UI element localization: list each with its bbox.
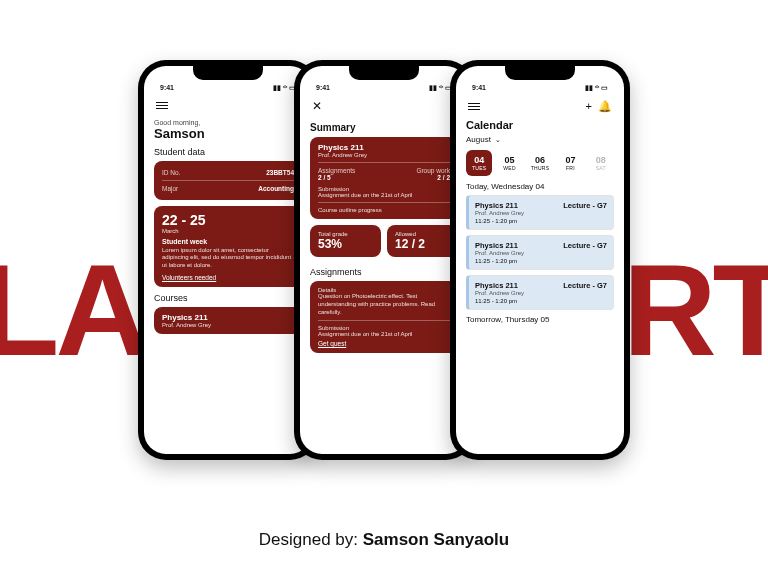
status-time: 9:41 [160,84,174,92]
status-icons: ▮▮⌔▭ [271,84,296,92]
grade-label: Total grade [318,231,373,237]
status-time: 9:41 [316,84,330,92]
event-prof: Prof. Andrew Grey [475,210,607,216]
course-prof: Prof. Andrew Grey [162,322,294,328]
topbar: + 🔔 [466,98,614,119]
status-icons: ▮▮⌔▭ [583,84,608,92]
user-name: Samson [154,126,302,141]
event-tag: Lecture - G7 [563,281,607,290]
get-quest-link[interactable]: Get quest [318,340,346,347]
menu-icon[interactable] [468,101,480,112]
allowance-card: Allowed 12 / 2 [387,225,458,257]
assignments-label: Assignments [318,167,355,174]
close-icon[interactable]: ✕ [312,100,322,112]
divider [162,180,294,181]
credit-line: Designed by: Samson Sanyaolu [0,530,768,550]
phone-mockups: 9:41 ▮▮⌔▭ Good morning, Samson Student d… [138,60,630,460]
event-time: 11:25 - 1:20 pm [475,218,607,224]
phone-notch [349,66,419,80]
section-student-data: Student data [154,147,302,157]
grade-value: 53% [318,237,373,251]
bell-icon[interactable]: 🔔 [598,100,612,113]
status-bar: 9:41 ▮▮⌔▭ [154,84,302,98]
phone-calendar: 9:41 ▮▮⌔▭ + 🔔 Calendar August ⌄ 04TUES05… [450,60,630,460]
event-month: March [162,228,294,234]
date-07[interactable]: 07FRI [557,150,583,176]
chevron-down-icon: ⌄ [495,136,501,144]
divider [318,162,450,163]
date-08[interactable]: 08SAT [588,150,614,176]
topbar [154,98,302,117]
event-date-range: 22 - 25 [162,212,294,228]
add-icon[interactable]: + [586,100,592,113]
event-title: Physics 211 [475,201,518,210]
wifi-icon: ⌔ [439,84,443,91]
credit-name: Samson Sanyaolu [363,530,509,549]
event-time: 11:25 - 1:20 pm [475,258,607,264]
screen-summary: 9:41 ▮▮⌔▭ ✕ Summary Physics 211 Prof. An… [300,66,468,454]
date-number: 06 [528,155,552,165]
screen-home: 9:41 ▮▮⌔▭ Good morning, Samson Student d… [144,66,312,454]
date-weekday: WED [497,165,521,171]
month-selector[interactable]: August ⌄ [466,135,614,144]
section-assignments: Assignments [310,267,458,277]
event-tag: Lecture - G7 [563,241,607,250]
allowance-value: 12 / 2 [395,237,450,251]
id-label: ID No. [162,169,180,176]
calendar-event[interactable]: Physics 211Lecture - G7Prof. Andrew Grey… [466,195,614,230]
status-icons: ▮▮⌔▭ [427,84,452,92]
phone-home: 9:41 ▮▮⌔▭ Good morning, Samson Student d… [138,60,318,460]
today-heading: Today, Wednesday 04 [466,182,614,191]
screen-calendar: 9:41 ▮▮⌔▭ + 🔔 Calendar August ⌄ 04TUES05… [456,66,624,454]
date-05[interactable]: 05WED [496,150,522,176]
event-card[interactable]: 22 - 25 March Student week Lorem ipsum d… [154,206,302,287]
details-text: Question on Photoelectric effect. Test u… [318,293,450,316]
assignment-card: Details Question on Photoelectric effect… [310,281,458,353]
id-value: 23BBT54 [266,169,294,176]
course-card[interactable]: Physics 211 Prof. Andrew Grey [154,307,302,334]
date-weekday: SAT [589,165,613,171]
allowance-label: Allowed [395,231,450,237]
event-title: Student week [162,238,294,245]
date-number: 07 [558,155,582,165]
phone-summary: 9:41 ▮▮⌔▭ ✕ Summary Physics 211 Prof. An… [294,60,474,460]
signal-icon: ▮▮ [429,84,437,91]
divider [318,320,450,321]
major-label: Major [162,185,178,192]
event-prof: Prof. Andrew Grey [475,290,607,296]
status-bar: 9:41 ▮▮⌔▭ [466,84,614,98]
outline-label: Course outline progress [318,207,450,213]
groupwork-value: 2 / 2 [437,174,450,181]
page-title: Summary [310,122,458,133]
credit-prefix: Designed by: [259,530,363,549]
event-body: Lorem ipsum dolor sit amet, consectetur … [162,247,294,270]
wifi-icon: ⌔ [595,84,599,91]
event-tag: Lecture - G7 [563,201,607,210]
month-label: August [466,135,491,144]
volunteers-link[interactable]: Volunteers needed [162,274,216,281]
page-title: Calendar [466,119,614,131]
date-06[interactable]: 06THURS [527,150,553,176]
date-04[interactable]: 04TUES [466,150,492,176]
course-title: Physics 211 [162,313,294,322]
date-number: 04 [467,155,491,165]
calendar-event[interactable]: Physics 211Lecture - G7Prof. Andrew Grey… [466,275,614,310]
status-time: 9:41 [472,84,486,92]
course-prof: Prof. Andrew Grey [318,152,450,158]
event-prof: Prof. Andrew Grey [475,250,607,256]
signal-icon: ▮▮ [585,84,593,91]
phone-notch [505,66,575,80]
student-data-card: ID No. 23BBT54 Major Accounting [154,161,302,200]
wifi-icon: ⌔ [283,84,287,91]
submission-text: Assignment due on the 21st of April [318,192,450,198]
menu-icon[interactable] [156,100,168,111]
date-number: 08 [589,155,613,165]
grade-card: Total grade 53% [310,225,381,257]
tomorrow-heading: Tomorrow, Thursday 05 [466,315,614,324]
calendar-event[interactable]: Physics 211Lecture - G7Prof. Andrew Grey… [466,235,614,270]
battery-icon: ▭ [601,84,608,91]
date-weekday: TUES [467,165,491,171]
status-bar: 9:41 ▮▮⌔▭ [310,84,458,98]
major-value: Accounting [258,185,294,192]
greeting: Good morning, [154,119,302,126]
